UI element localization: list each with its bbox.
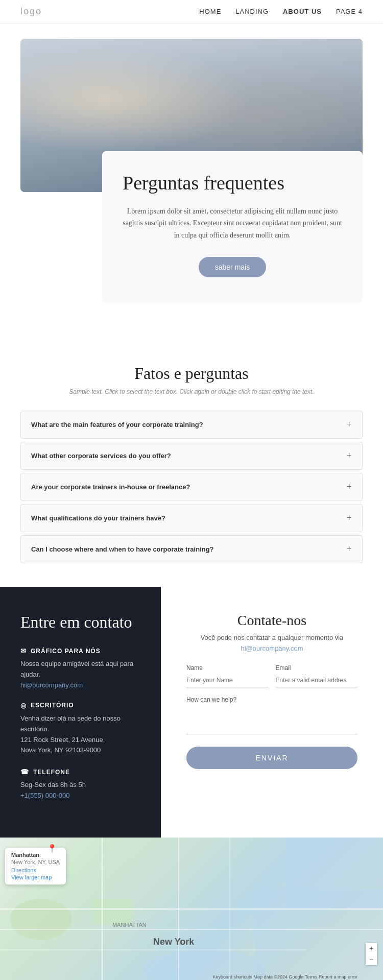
contact-right: Contate-nos Você pode nos contatar a qua…: [161, 587, 383, 838]
hero-section: Perguntas frequentes Lorem ipsum dolor s…: [0, 23, 383, 333]
contact-office-heading: ESCRITÓRIO: [31, 702, 74, 709]
map-zoom-in-button[interactable]: +: [366, 943, 377, 954]
svg-rect-1: [255, 889, 383, 980]
nav-landing[interactable]: LANDING: [235, 8, 269, 15]
envelope-icon: [20, 647, 27, 655]
faq-question-4: What qualifications do your trainers hav…: [31, 514, 165, 522]
faq-question-1: What are the main features of your corpo…: [31, 421, 203, 428]
contact-phone-link[interactable]: +1(555) 000-000: [20, 792, 70, 799]
nav-about-us[interactable]: ABOUT US: [283, 8, 322, 15]
email-label: Email: [276, 664, 358, 672]
saber-mais-button[interactable]: saber mais: [199, 257, 266, 277]
faq-question-3: Are your corporate trainers in-house or …: [31, 483, 190, 491]
contact-section: Entre em contato GRÁFICO PARA NÓS Nossa …: [0, 587, 383, 838]
faq-expand-icon-4: +: [347, 513, 352, 523]
hero-description: Lorem ipsum dolor sit amet, consectetur …: [123, 205, 342, 242]
faq-expand-icon-3: +: [347, 482, 352, 492]
name-label: Name: [186, 664, 269, 672]
contact-phone-heading: TELEFONE: [33, 769, 70, 776]
contact-form-title: Contate-nos: [186, 612, 357, 629]
map-section: New York MANHATTAN Manhattan New York, N…: [0, 838, 383, 980]
email-input[interactable]: [276, 674, 358, 687]
contact-office-block: ESCRITÓRIO Venha dizer olá na sede do no…: [20, 702, 140, 756]
nav-page4[interactable]: PAGE 4: [336, 8, 363, 15]
location-icon: [20, 702, 27, 709]
form-help-group: How can we help?: [186, 695, 357, 747]
help-textarea[interactable]: [186, 704, 357, 734]
faq-section: Fatos e perguntas Sample text. Click to …: [0, 333, 383, 587]
svg-point-3: [10, 899, 71, 940]
map-zoom-controls: + −: [366, 943, 377, 965]
contact-email-block: GRÁFICO PARA NÓS Nossa equipe amigável e…: [20, 647, 140, 689]
contact-phone-label: TELEFONE: [20, 768, 140, 776]
help-label: How can we help?: [186, 696, 236, 703]
submit-button[interactable]: ENVIAR: [186, 747, 357, 769]
map-larger-link[interactable]: View larger map: [11, 874, 60, 880]
map-popup-subtitle: New York, NY, USA: [11, 859, 60, 865]
contact-main-title: Entre em contato: [20, 612, 140, 632]
faq-expand-icon-5: +: [347, 544, 352, 555]
faq-subtitle: Sample text. Click to select the text bo…: [20, 388, 363, 395]
nav-links: HOME LANDING ABOUT US PAGE 4: [199, 8, 363, 15]
hero-title: Perguntas frequentes: [123, 172, 342, 195]
contact-email-label: GRÁFICO PARA NÓS: [20, 647, 140, 655]
contact-form-email-display: hi@ourcompany.com: [186, 644, 357, 652]
hero-text-card: Perguntas frequentes Lorem ipsum dolor s…: [102, 151, 363, 303]
svg-text:New York: New York: [153, 937, 195, 947]
contact-email-text: Nossa equipe amigável está aqui para aju…: [20, 659, 140, 680]
navbar: logo HOME LANDING ABOUT US PAGE 4: [0, 0, 383, 23]
phone-icon: [20, 768, 29, 776]
faq-item-1[interactable]: What are the main features of your corpo…: [20, 411, 363, 439]
contact-office-text: Venha dizer olá na sede do nosso escritó…: [20, 713, 140, 756]
map-directions-button[interactable]: Directions: [11, 867, 36, 873]
contact-office-label: ESCRITÓRIO: [20, 702, 140, 709]
contact-form-subtitle: Você pode nos contatar a qualquer moment…: [186, 634, 357, 641]
logo: logo: [20, 6, 42, 17]
map-attribution: Keyboard shortcuts Map data ©2024 Google…: [212, 974, 357, 979]
svg-text:MANHATTAN: MANHATTAN: [112, 922, 147, 928]
faq-question-2: What other corporate services do you off…: [31, 452, 171, 460]
map-background: New York MANHATTAN Manhattan New York, N…: [0, 838, 383, 980]
form-name-email-row: Name Email: [186, 664, 357, 687]
contact-email-link[interactable]: hi@ourcompany.com: [20, 681, 83, 689]
contact-phone-block: TELEFONE Seg-Sex das 8h às 5h +1(555) 00…: [20, 768, 140, 800]
form-name-group: Name: [186, 664, 269, 687]
contact-phone-hours: Seg-Sex das 8h às 5h: [20, 780, 140, 791]
map-zoom-out-button[interactable]: −: [366, 954, 377, 965]
form-email-group: Email: [276, 664, 358, 687]
contact-left: Entre em contato GRÁFICO PARA NÓS Nossa …: [0, 587, 161, 838]
faq-item-5[interactable]: Can I choose where and when to have corp…: [20, 535, 363, 563]
nav-home[interactable]: HOME: [199, 8, 221, 15]
faq-title: Fatos e perguntas: [20, 364, 363, 383]
faq-item-4[interactable]: What qualifications do your trainers hav…: [20, 504, 363, 532]
svg-rect-4: [92, 899, 133, 924]
faq-expand-icon-1: +: [347, 419, 352, 430]
faq-item-2[interactable]: What other corporate services do you off…: [20, 442, 363, 470]
faq-item-3[interactable]: Are your corporate trainers in-house or …: [20, 473, 363, 501]
faq-expand-icon-2: +: [347, 450, 352, 461]
name-input[interactable]: [186, 674, 269, 687]
contact-email-heading: GRÁFICO PARA NÓS: [31, 648, 101, 655]
map-pin-icon: 📍: [47, 844, 57, 853]
faq-question-5: Can I choose where and when to have corp…: [31, 545, 214, 553]
